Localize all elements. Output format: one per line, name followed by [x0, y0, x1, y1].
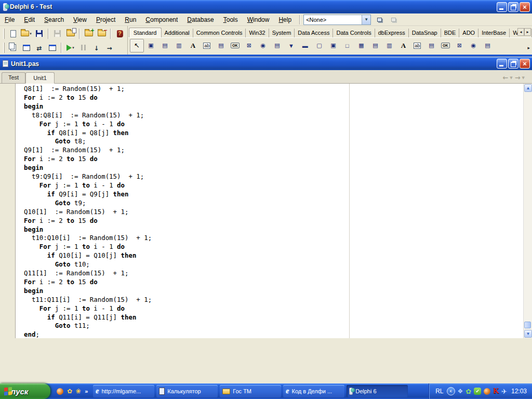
- edit-component-button[interactable]: ab: [410, 39, 424, 52]
- menu-project[interactable]: Project: [91, 15, 120, 25]
- chevron-down-icon[interactable]: ▼: [362, 15, 370, 24]
- taskbar-button-delphi[interactable]: Delphi 6: [347, 385, 408, 397]
- menu-run[interactable]: Run: [120, 15, 141, 25]
- editor-close-button[interactable]: ×: [520, 59, 530, 69]
- menu-help[interactable]: Help: [274, 15, 296, 25]
- code-text[interactable]: Q8[1] := Random(15) + 1;For i := 2 to 15…: [24, 85, 152, 338]
- run-button[interactable]: ▾: [64, 42, 77, 54]
- punto-switcher-icon[interactable]: ✈: [501, 388, 507, 395]
- quicklaunch-overflow-chevron[interactable]: »: [85, 388, 88, 394]
- trace-into-button[interactable]: [90, 42, 103, 54]
- help-button[interactable]: [113, 28, 126, 40]
- restore-button[interactable]: [508, 2, 518, 12]
- remove-file-from-project-button[interactable]: [95, 28, 108, 40]
- groupbox-component-button[interactable]: ▢: [312, 39, 326, 52]
- palette-tab-bde[interactable]: BDE: [441, 29, 460, 37]
- dropdown-caret-icon[interactable]: ▾: [30, 32, 32, 36]
- close-button[interactable]: ×: [520, 2, 530, 12]
- step-over-button[interactable]: [103, 42, 116, 54]
- palette-scroll-left-icon[interactable]: ◂: [517, 28, 524, 36]
- minimize-button[interactable]: [497, 2, 507, 12]
- new-file-button[interactable]: [7, 28, 20, 40]
- palette-tab-dbexpress[interactable]: dbExpress: [375, 29, 409, 37]
- start-button[interactable]: пуск: [0, 383, 50, 399]
- memo-component-button[interactable]: ▤: [424, 39, 438, 52]
- editor-restore-button[interactable]: [508, 59, 518, 69]
- hide-icons-chevron[interactable]: ‹: [447, 387, 455, 395]
- messenger2-icon[interactable]: ❀: [76, 388, 81, 395]
- browser-globe-icon[interactable]: [57, 388, 63, 395]
- scroll-down-icon[interactable]: ▼: [524, 330, 532, 338]
- scroll-up-icon[interactable]: ▲: [524, 84, 532, 92]
- radiogroup-component-button[interactable]: ▣: [326, 39, 340, 52]
- desktop-layout-combo[interactable]: <None> ▼: [303, 15, 371, 25]
- checkbox-component-button[interactable]: ⊠: [242, 39, 256, 52]
- palette-tab-additional[interactable]: Additional: [162, 29, 193, 37]
- main-titlebar[interactable]: Delphi 6 - Test ×: [0, 0, 532, 14]
- new-form-button[interactable]: [46, 42, 59, 54]
- edit-component-button[interactable]: ab: [200, 39, 214, 52]
- network-icon[interactable]: ❖: [458, 388, 463, 395]
- taskbar-button-ie[interactable]: eКод в Делфи ...: [283, 385, 344, 397]
- menu-database[interactable]: Database: [182, 15, 218, 25]
- toggle-form-unit-button[interactable]: [33, 42, 46, 54]
- taskbar-button-folder[interactable]: Гос ТМ: [220, 385, 281, 397]
- label-component-button[interactable]: A: [186, 39, 200, 52]
- scrollbar-component-button[interactable]: ▬: [298, 39, 312, 52]
- label-component-button[interactable]: A: [396, 39, 410, 52]
- checkbox-component-button[interactable]: ⊠: [453, 39, 467, 52]
- listbox-component-button[interactable]: ▤: [270, 39, 284, 52]
- combobox-component-button[interactable]: ▼: [284, 39, 298, 52]
- palette-tab-data-controls[interactable]: Data Controls: [333, 29, 375, 37]
- add-file-to-project-button[interactable]: [82, 28, 95, 40]
- menu-component[interactable]: Component: [141, 15, 182, 25]
- mainmenu-component-button[interactable]: ▤: [158, 39, 172, 52]
- clock[interactable]: 12:03: [511, 388, 527, 395]
- button-component-button[interactable]: OK: [228, 39, 242, 52]
- icq-flower-icon[interactable]: ✿: [466, 388, 471, 395]
- palette-tab-data-access[interactable]: Data Access: [295, 29, 333, 37]
- dropdown-caret-icon[interactable]: ▾: [72, 46, 74, 50]
- palette-tab-system[interactable]: System: [269, 29, 295, 37]
- button-component-button[interactable]: OK: [438, 39, 453, 52]
- palette-scroll-right-icon[interactable]: ▸: [524, 28, 531, 36]
- listbox-component-button[interactable]: ▤: [481, 39, 495, 52]
- taskbar-button-ie[interactable]: ehttp://mlgame...: [93, 385, 154, 397]
- editor-titlebar[interactable]: Unit1.pas ×: [0, 57, 532, 70]
- kaspersky-icon[interactable]: K: [493, 387, 499, 395]
- mainmenu-component-button[interactable]: ▤: [368, 39, 382, 52]
- palette-tab-common-controls[interactable]: Common Controls: [193, 29, 246, 37]
- save-file-button[interactable]: [33, 28, 46, 40]
- open-file-button[interactable]: ▾: [20, 28, 33, 40]
- menu-file[interactable]: File: [0, 15, 19, 25]
- code-area[interactable]: Q8[1] := Random(15) + 1;For i := 2 to 15…: [0, 84, 532, 338]
- vertical-scrollbar[interactable]: ▲ ▼: [523, 84, 532, 338]
- palette-overflow-icon[interactable]: ▸: [527, 45, 530, 50]
- actionlist-component-button[interactable]: ▦: [354, 39, 368, 52]
- pointer-component-button[interactable]: ↖: [130, 39, 144, 52]
- editor-minimize-button[interactable]: [497, 59, 507, 69]
- messenger-icon[interactable]: ✿: [67, 388, 72, 395]
- popupmenu-component-button[interactable]: ▥: [172, 39, 186, 52]
- memo-component-button[interactable]: ▤: [214, 39, 228, 52]
- vertical-scroll-thumb[interactable]: [524, 322, 531, 328]
- palette-tab-standard[interactable]: Standard: [129, 28, 162, 37]
- language-indicator[interactable]: RL: [435, 388, 443, 395]
- open-project-button[interactable]: [64, 28, 77, 40]
- radiobutton-component-button[interactable]: ◉: [467, 39, 481, 52]
- palette-tab-ado[interactable]: ADO: [459, 29, 478, 37]
- panel-component-button[interactable]: □: [340, 39, 354, 52]
- frames-component-button[interactable]: ▣: [144, 39, 158, 52]
- view-unit-button[interactable]: [7, 42, 20, 54]
- menu-window[interactable]: Window: [243, 15, 274, 25]
- taskbar-button-calc[interactable]: Калькулятор: [156, 385, 218, 397]
- menu-tools[interactable]: Tools: [219, 15, 243, 25]
- palette-tab-interbase[interactable]: InterBase: [478, 29, 510, 37]
- palette-tab-win32[interactable]: Win32: [246, 29, 269, 37]
- browser-globe-icon[interactable]: [484, 388, 490, 395]
- view-form-button[interactable]: [20, 42, 33, 54]
- editor-tab-test[interactable]: Test: [2, 72, 25, 83]
- editor-tab-unit1[interactable]: Unit1: [25, 72, 55, 84]
- popupmenu-component-button[interactable]: ▥: [382, 39, 396, 52]
- antivirus-shield-icon[interactable]: ✔: [474, 388, 481, 395]
